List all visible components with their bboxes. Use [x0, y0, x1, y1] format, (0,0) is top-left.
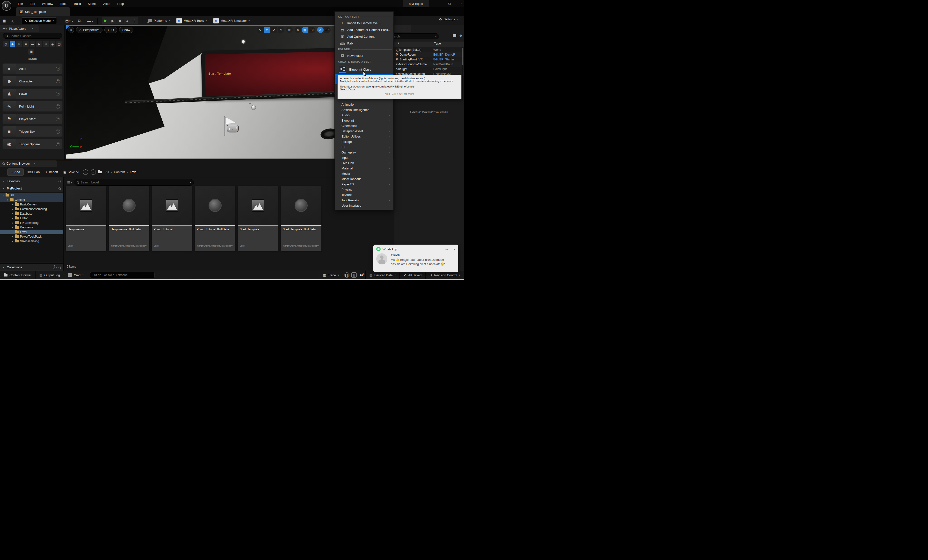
play-control-button[interactable]: ▲: [124, 19, 131, 23]
more-options-icon[interactable]: ···: [445, 247, 448, 251]
tree-item[interactable]: ▸ BasicContent: [0, 202, 63, 207]
search-classes-input[interactable]: [9, 34, 52, 38]
menu-item[interactable]: Window: [39, 1, 56, 6]
find-in-blueprints-icon[interactable]: [8, 18, 15, 23]
category-menu-item[interactable]: Editor Utilities ›: [335, 134, 394, 139]
place-actor-item[interactable]: ■ Trigger Box ?: [2, 126, 63, 137]
place-actors-tab[interactable]: ⬒+ Place Actors ×: [0, 25, 39, 32]
content-browser-tab[interactable]: Content Browser ×: [0, 160, 57, 167]
help-icon[interactable]: ?: [56, 130, 60, 134]
play-control-button[interactable]: ▶: [109, 19, 116, 23]
outliner-row[interactable]: P_StartingPoint_VR Edit BP_Startin: [394, 57, 464, 62]
expand-icon[interactable]: ▸: [12, 217, 14, 220]
expand-icon[interactable]: ▸: [12, 208, 14, 210]
back-button[interactable]: ←: [83, 169, 88, 175]
meta-xr-simulator-dropdown[interactable]: ∞ Meta XR Simulator▾: [214, 18, 250, 23]
close-button[interactable]: ×: [456, 0, 464, 7]
expand-icon[interactable]: ▸: [12, 240, 14, 243]
asset-tile[interactable]: Pump_Tutorial Level: [152, 186, 192, 251]
tab-start-template[interactable]: Start_Template: [16, 7, 70, 16]
insights-icon[interactable]: ❚❚: [344, 272, 350, 278]
help-icon[interactable]: ?: [56, 142, 60, 146]
add-actor-icon[interactable]: ⬒+ ▾: [63, 18, 75, 23]
menu-item[interactable]: File: [15, 1, 26, 6]
category-menu-item[interactable]: Input ›: [335, 155, 394, 160]
sort-icon[interactable]: ▲: [394, 41, 432, 47]
outliner-tab[interactable]: ×: [394, 25, 411, 32]
transform-tool-button[interactable]: ✚: [264, 27, 270, 33]
asset-tile[interactable]: Start_Template Level: [238, 186, 278, 251]
category-icon[interactable]: ☻: [10, 41, 15, 47]
favorites-section[interactable]: ▸Favorites: [0, 177, 63, 185]
category-icon[interactable]: ▬: [30, 41, 35, 47]
category-icon[interactable]: ◈: [50, 41, 56, 47]
expand-icon[interactable]: ▾: [6, 199, 9, 201]
meta-xr-tools-dropdown[interactable]: ∞ Meta XR Tools▾: [176, 18, 207, 23]
category-menu-item[interactable]: Texture ›: [335, 192, 394, 197]
expand-icon[interactable]: ▸: [12, 212, 14, 215]
place-actor-item[interactable]: ♟ Pawn ?: [2, 89, 63, 99]
search-icon[interactable]: [58, 187, 61, 189]
collections-section[interactable]: ▸Collections +: [0, 264, 63, 271]
category-menu-item[interactable]: Media ›: [335, 171, 394, 176]
menu-item[interactable]: Edit: [27, 1, 38, 6]
fab-button[interactable]: FABFab: [26, 170, 41, 174]
blueprints-icon[interactable]: ⧉ ▾: [75, 18, 85, 23]
lit-dropdown[interactable]: ◐Lit: [104, 27, 117, 33]
expand-icon[interactable]: ▸: [12, 222, 14, 224]
output-log-button[interactable]: ▤ Output Log: [35, 271, 64, 279]
search-icon[interactable]: [58, 266, 61, 268]
place-actor-item[interactable]: ⚑ Player Start ?: [2, 114, 63, 124]
category-menu-item[interactable]: Tool Presets ›: [335, 197, 394, 203]
cinematics-icon[interactable]: ▬ ▾: [85, 18, 95, 23]
console-command-input[interactable]: [93, 273, 152, 277]
transform-tool-button[interactable]: 10°: [324, 27, 331, 33]
category-menu-item[interactable]: Physics ›: [335, 187, 394, 192]
forward-button[interactable]: →: [91, 169, 96, 175]
category-menu-item[interactable]: FX ›: [335, 144, 394, 150]
tree-item[interactable]: ▾ Content: [0, 197, 63, 202]
expand-icon[interactable]: ▾: [2, 194, 5, 197]
category-menu-item[interactable]: Gameplay ›: [335, 150, 394, 155]
tree-item[interactable]: ▸ FPAssembling: [0, 220, 63, 225]
play-control-button[interactable]: ⋮: [131, 19, 138, 23]
place-actor-item[interactable]: ☻ Character ?: [2, 76, 63, 87]
project-section[interactable]: ▾MyProject: [0, 185, 63, 192]
outliner-search-input[interactable]: [390, 35, 433, 38]
asset-search[interactable]: ▾: [74, 179, 194, 186]
outliner-row[interactable]: P_DemoRoom Edit BP_DemoR: [394, 52, 464, 57]
trace-dropdown[interactable]: ▥ Trace▾: [319, 271, 343, 279]
category-menu-item[interactable]: Dataprep Asset ›: [335, 128, 394, 134]
tree-item[interactable]: ▸ PowerToolsPack: [0, 234, 63, 239]
filter-icon[interactable]: ☰ ▾: [67, 180, 72, 184]
tree-item[interactable]: Level: [0, 230, 63, 234]
play-control-button[interactable]: ▶: [102, 18, 109, 23]
import-button[interactable]: ↧Import: [44, 170, 60, 174]
menu-item[interactable]: Import to /Game/Level...: [335, 20, 394, 26]
category-menu-item[interactable]: User Interface ›: [335, 203, 394, 208]
play-control-button[interactable]: ■: [116, 19, 124, 23]
category-menu-item[interactable]: Artificial Intelligence ›: [335, 107, 394, 112]
category-menu-item[interactable]: Miscellaneous ›: [335, 176, 394, 182]
menu-item[interactable]: Add Quixel Content: [335, 33, 394, 40]
scrollbar[interactable]: [462, 47, 463, 101]
close-icon[interactable]: ×: [407, 27, 409, 30]
menu-item[interactable]: Add Feature or Content Pack...: [335, 26, 394, 33]
unreal-logo-icon[interactable]: U: [2, 1, 11, 11]
menu-item[interactable]: Fab: [335, 40, 394, 47]
tree-item[interactable]: ▸ Database: [0, 211, 63, 216]
help-icon[interactable]: ?: [56, 104, 60, 108]
search-icon[interactable]: [58, 180, 61, 182]
tree-item[interactable]: ▸ VRAssembling: [0, 239, 63, 243]
category-menu-item[interactable]: Foliage ›: [335, 139, 394, 144]
help-icon[interactable]: ?: [56, 117, 60, 121]
viewport-menu-icon[interactable]: ≡: [68, 27, 74, 33]
transform-tool-button[interactable]: ⟳: [271, 27, 277, 33]
meta-quest-icon[interactable]: ∞: [358, 273, 365, 278]
perspective-dropdown[interactable]: ◇Perspective: [76, 27, 102, 33]
category-menu-item[interactable]: Animation ›: [335, 102, 394, 107]
expand-icon[interactable]: ▸: [12, 235, 14, 238]
console-input[interactable]: [90, 272, 155, 278]
tree-item[interactable]: ▸ CommonAssembling: [0, 207, 63, 211]
menu-item[interactable]: Select: [85, 1, 99, 6]
